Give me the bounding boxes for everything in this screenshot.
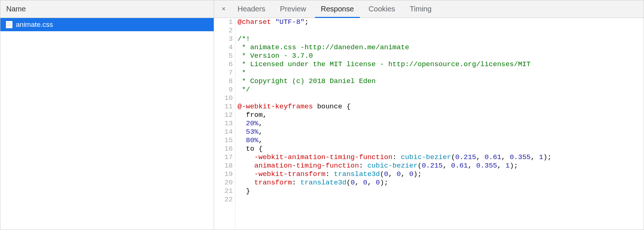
code-token: -webkit-animation-timing-function — [254, 153, 392, 161]
line-number: 4 — [214, 43, 233, 52]
code-token: * Version - 3.7.0 — [238, 52, 313, 60]
tab-headers[interactable]: Headers — [230, 0, 273, 18]
code-token: 0 — [363, 179, 367, 187]
code-token: "UTF-8" — [275, 18, 305, 26]
code-token: bounce { — [313, 103, 351, 111]
code-token: ); — [510, 162, 518, 170]
code-line: 53%, — [238, 128, 551, 136]
code-token: 0 — [397, 170, 401, 178]
code-line: /*! — [238, 35, 551, 43]
code-token: to { — [238, 145, 263, 153]
line-number: 2 — [214, 26, 233, 35]
code-token: 0 — [409, 170, 413, 178]
svg-rect-0 — [6, 21, 12, 28]
code-token: , — [258, 128, 263, 136]
line-number: 3 — [214, 35, 233, 43]
code-line: animation-timing-function: cubic-bezier(… — [238, 162, 551, 170]
code-token: : — [292, 179, 300, 187]
request-row[interactable]: animate.css — [0, 18, 214, 31]
code-token: /*! — [238, 35, 250, 43]
code-line: * — [238, 69, 551, 77]
code-token: 0 — [376, 179, 380, 187]
code-token: ( — [346, 179, 350, 187]
code-line: * animate.css -http://daneden.me/animate — [238, 43, 551, 52]
code-token: 80% — [246, 136, 258, 144]
code-token: ( — [380, 170, 384, 178]
code-line: @charset "UTF-8"; — [238, 18, 551, 26]
code-token — [238, 153, 254, 161]
line-number: 6 — [214, 60, 233, 69]
request-name: animate.css — [16, 21, 53, 29]
code-token — [271, 18, 275, 26]
code-token: , — [258, 119, 263, 127]
code-token: * — [238, 69, 246, 77]
code-line: 80%, — [238, 136, 551, 145]
code-line: from, — [238, 111, 551, 119]
code-token: @charset — [238, 18, 271, 26]
code-token: } — [238, 187, 250, 195]
code-token: 1 — [506, 162, 510, 170]
code-token — [238, 119, 246, 127]
code-token: -webkit-transform — [254, 170, 326, 178]
code-token: , — [501, 153, 510, 161]
code-token: , — [476, 153, 485, 161]
tab-preview[interactable]: Preview — [273, 0, 314, 18]
code-token: : — [359, 162, 368, 170]
code-token: ; — [304, 18, 308, 26]
code-line: -webkit-animation-timing-function: cubic… — [238, 153, 551, 162]
code-line: */ — [238, 86, 551, 94]
code-content[interactable]: @charset "UTF-8"; /*! * animate.css -htt… — [235, 18, 551, 230]
code-line: to { — [238, 145, 551, 153]
close-icon[interactable]: × — [217, 0, 230, 18]
line-number-gutter: 12345678910111213141516171819202122 — [214, 18, 235, 230]
code-token: transform — [254, 179, 292, 187]
code-token: : — [392, 153, 401, 161]
tab-timing[interactable]: Timing — [402, 0, 439, 18]
code-token — [238, 170, 254, 178]
code-token: 0.355 — [510, 153, 531, 161]
code-token: , — [368, 179, 376, 187]
name-column-header[interactable]: Name — [0, 0, 214, 18]
code-line: * Version - 3.7.0 — [238, 52, 551, 60]
code-token: , — [258, 136, 263, 144]
request-list-pane: Name animate.css — [0, 0, 214, 230]
line-number: 7 — [214, 69, 233, 77]
devtools-network-panel: Name animate.css × HeadersPreviewRespons… — [0, 0, 644, 230]
line-number: 8 — [214, 77, 233, 86]
code-token: 0.215 — [455, 153, 476, 161]
code-token: , — [443, 162, 451, 170]
code-token: , — [388, 170, 397, 178]
line-number: 13 — [214, 119, 233, 128]
code-token: ); — [380, 179, 388, 187]
code-token — [238, 128, 246, 136]
detail-tabs-bar: × HeadersPreviewResponseCookiesTiming — [214, 0, 644, 18]
code-token: * Copyright (c) 2018 Daniel Eden — [238, 77, 376, 85]
code-token: 1 — [539, 153, 543, 161]
code-token: */ — [238, 86, 250, 94]
line-number: 17 — [214, 153, 233, 162]
code-line: * Licensed under the MIT license - http:… — [238, 60, 551, 69]
code-token: ( — [451, 153, 455, 161]
line-number: 1 — [214, 18, 233, 26]
code-token: @-webkit-keyframes — [238, 103, 313, 111]
line-number: 19 — [214, 170, 233, 179]
tab-response[interactable]: Response — [314, 0, 361, 18]
request-list: animate.css — [0, 18, 214, 31]
line-number: 11 — [214, 103, 233, 111]
code-line: 20%, — [238, 119, 551, 128]
code-line: } — [238, 187, 551, 195]
tab-cookies[interactable]: Cookies — [361, 0, 402, 18]
code-line: * Copyright (c) 2018 Daniel Eden — [238, 77, 551, 86]
response-code-area[interactable]: 12345678910111213141516171819202122 @cha… — [214, 18, 644, 230]
code-token: 0.355 — [476, 162, 497, 170]
line-number: 22 — [214, 195, 233, 204]
code-token: 0 — [384, 170, 388, 178]
code-token: animation-timing-function — [254, 162, 359, 170]
code-token: ); — [543, 153, 551, 161]
code-token: translate3d — [334, 170, 380, 178]
code-token — [238, 136, 246, 144]
code-token: , — [468, 162, 476, 170]
line-number: 10 — [214, 94, 233, 103]
code-token: , — [401, 170, 409, 178]
line-number: 12 — [214, 111, 233, 119]
